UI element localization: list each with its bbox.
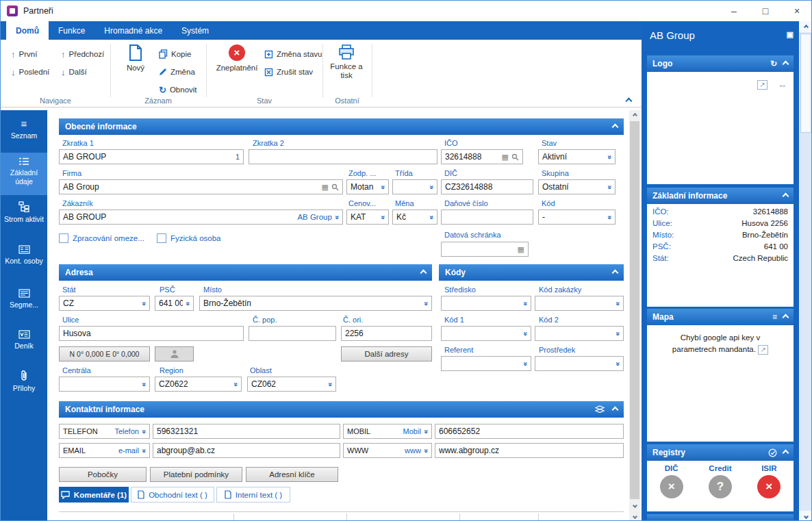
contact-value-input-3[interactable]: abgroup@ab.cz: [153, 443, 340, 458]
chevron-down-icon[interactable]: [422, 429, 429, 433]
cancel-status-button[interactable]: Zrušit stav: [262, 64, 315, 80]
checkbox-icon[interactable]: [157, 233, 166, 243]
edit-button[interactable]: Změna: [157, 64, 197, 80]
collapse-mapa-icon[interactable]: [783, 314, 789, 320]
scrollbar-thumb[interactable]: [800, 34, 811, 133]
misto-combo[interactable]: Brno-Žebětín: [199, 296, 432, 311]
oblast-combo[interactable]: CZ062: [247, 377, 336, 392]
contact-kind[interactable]: www: [405, 446, 421, 455]
nav-last-button[interactable]: ↓Poslední: [9, 64, 51, 80]
ico-input[interactable]: 32614888 ▦: [441, 149, 523, 164]
panel-scrollbar[interactable]: [799, 21, 812, 521]
scroll-down-button[interactable]: [629, 500, 640, 511]
chevron-down-icon[interactable]: [379, 215, 386, 219]
dic-input[interactable]: CZ32614888: [441, 179, 533, 194]
sidebar-item-seznam[interactable]: ≡ Seznam: [1, 114, 47, 151]
chevron-down-icon[interactable]: [422, 301, 429, 305]
chevron-down-icon[interactable]: [140, 301, 147, 305]
datova-schranka-input[interactable]: ▦: [441, 242, 529, 257]
layers-icon[interactable]: [595, 405, 605, 414]
zpracovani-checkbox[interactable]: Zpracování omeze...: [59, 233, 144, 243]
scroll-down-button[interactable]: [629, 511, 640, 521]
kod-combo[interactable]: -: [538, 209, 616, 225]
chevron-down-icon[interactable]: [422, 448, 429, 453]
sidebar-item-zakladni-udaje[interactable]: Základní údaje: [1, 153, 47, 195]
status-badge[interactable]: ×: [660, 475, 683, 498]
functions-print-button[interactable]: Funkce a tisk: [325, 45, 368, 80]
chevron-down-icon[interactable]: [231, 382, 239, 386]
zkratka2-input[interactable]: [249, 149, 437, 164]
chevron-down-icon[interactable]: [605, 215, 613, 219]
chevron-down-icon[interactable]: [326, 382, 333, 386]
contact-type-combo-1[interactable]: TELEFON Telefon: [59, 424, 150, 439]
scroll-up-button[interactable]: [799, 21, 812, 32]
minimize-button[interactable]: –: [718, 1, 750, 21]
status-badge[interactable]: ?: [709, 475, 732, 498]
refresh-button[interactable]: ↻ Obnovit: [157, 81, 199, 98]
nav-previous-button[interactable]: ↑Předchozí: [59, 46, 106, 62]
open-external-icon[interactable]: ↗: [757, 80, 767, 90]
cenova-combo[interactable]: KAT: [346, 209, 389, 225]
stat-combo[interactable]: CZ: [59, 296, 150, 311]
platebni-podminky-button[interactable]: Platební podmínky: [150, 467, 242, 482]
dalsi-adresy-button[interactable]: Další adresy: [341, 346, 432, 361]
centrala-combo[interactable]: [59, 377, 150, 392]
collapse-kody-icon[interactable]: [612, 269, 619, 276]
registry-lookup-icon[interactable]: ▦: [502, 153, 509, 161]
tab-system[interactable]: Systém: [172, 21, 218, 40]
kod2-combo[interactable]: [535, 326, 624, 341]
zakaznik-input[interactable]: AB GROUP AB Group: [59, 209, 343, 225]
contact-value-input-2[interactable]: 606652652: [435, 424, 624, 439]
chevron-down-icon[interactable]: [613, 301, 621, 305]
scrollbar-thumb[interactable]: [630, 121, 639, 499]
kod1-combo[interactable]: [441, 326, 531, 341]
chevron-down-icon[interactable]: [521, 361, 529, 366]
pobocky-button[interactable]: Pobočky: [59, 467, 147, 482]
referent-combo[interactable]: [441, 356, 531, 371]
zodp-combo[interactable]: Motan: [346, 179, 389, 194]
contact-kind[interactable]: Telefon: [114, 427, 138, 435]
chevron-down-icon[interactable]: [613, 361, 621, 366]
sidebar-item-segmenty[interactable]: Segme...: [1, 284, 47, 324]
fyzicka-osoba-checkbox[interactable]: Fyzická osoba: [157, 233, 221, 243]
collapse-registry-icon[interactable]: [783, 449, 789, 456]
contact-kind[interactable]: e-mail: [118, 446, 139, 455]
chevron-down-icon[interactable]: [140, 382, 147, 386]
cori-input[interactable]: 2256: [341, 326, 432, 341]
copy-button[interactable]: Kopie: [157, 46, 193, 62]
chevron-down-icon[interactable]: [613, 331, 621, 335]
list-icon[interactable]: ≡: [772, 313, 777, 321]
chevron-down-icon[interactable]: [605, 185, 613, 189]
gps-button[interactable]: N 0° 0,000 E 0° 0,000: [59, 346, 150, 361]
status-badge[interactable]: ×: [757, 475, 781, 498]
chevron-down-icon[interactable]: [427, 215, 435, 219]
checkbox-icon[interactable]: [59, 233, 68, 243]
refresh-icon[interactable]: ↻: [770, 60, 777, 68]
open-external-icon[interactable]: ↗: [758, 345, 768, 355]
main-scrollbar[interactable]: [629, 110, 640, 521]
ulice-input[interactable]: Husova: [59, 326, 244, 341]
collapse-logo-icon[interactable]: [783, 60, 789, 67]
kod-zakazky-combo[interactable]: [535, 296, 624, 311]
check-circle-icon[interactable]: [768, 448, 777, 457]
chevron-down-icon[interactable]: [140, 448, 147, 453]
chevron-down-icon[interactable]: [140, 429, 147, 433]
chevron-down-icon[interactable]: [333, 215, 340, 219]
trida-combo[interactable]: [392, 179, 437, 194]
stav-combo[interactable]: Aktivní: [538, 149, 616, 164]
tab-hromadne-akce[interactable]: Hromadné akce: [94, 21, 172, 40]
zkratka1-input[interactable]: AB GROUP 1: [59, 149, 244, 164]
close-button[interactable]: ×: [781, 1, 812, 21]
chevron-down-icon[interactable]: [183, 301, 191, 305]
contact-type-combo-2[interactable]: MOBIL Mobil: [343, 424, 432, 439]
stredisko-combo[interactable]: [441, 296, 531, 311]
change-status-button[interactable]: Změna stavu: [262, 46, 324, 62]
contact-type-combo-3[interactable]: EMAIL e-mail: [59, 443, 150, 458]
adresni-klice-button[interactable]: Adresní klíče: [246, 467, 338, 482]
zakaznik-link[interactable]: AB Group: [297, 213, 332, 221]
chevron-down-icon[interactable]: [605, 155, 613, 159]
prostredek-combo[interactable]: [535, 356, 624, 371]
person-button[interactable]: [155, 346, 194, 361]
region-combo[interactable]: CZ0622: [155, 377, 242, 392]
chevron-down-icon[interactable]: [379, 185, 386, 189]
